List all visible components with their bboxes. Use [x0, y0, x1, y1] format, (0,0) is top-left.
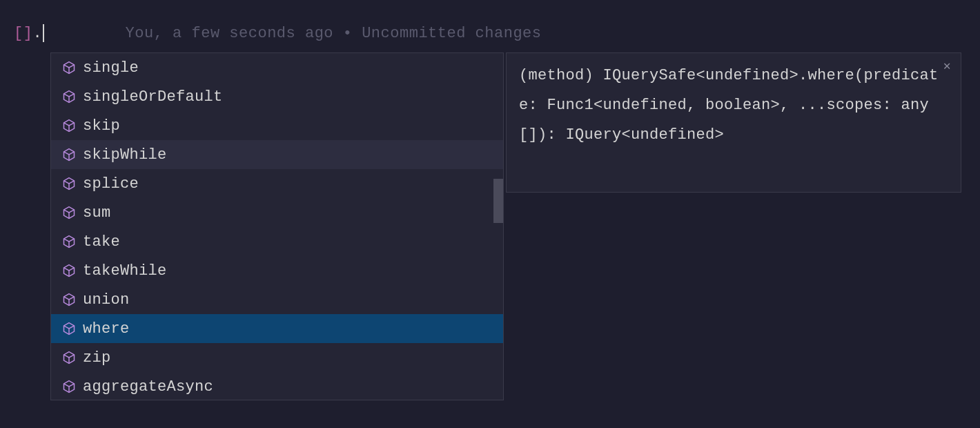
autocomplete-item-label: sum — [83, 204, 111, 222]
autocomplete-item-label: splice — [83, 175, 139, 193]
autocomplete-item[interactable]: aggregateAsync — [51, 372, 503, 400]
documentation-content: (method) IQuerySafe<undefined>.where(pre… — [519, 61, 948, 150]
autocomplete-item[interactable]: skipWhile — [51, 140, 503, 169]
autocomplete-item-label: single — [83, 59, 139, 77]
close-icon[interactable]: ✕ — [943, 60, 951, 72]
autocomplete-item-label: union — [83, 291, 130, 309]
method-icon — [62, 206, 76, 220]
method-icon — [62, 293, 76, 307]
method-icon — [62, 322, 76, 335]
autocomplete-item[interactable]: union — [51, 285, 503, 314]
autocomplete-item[interactable]: where — [51, 314, 503, 343]
method-icon — [62, 351, 76, 364]
autocomplete-item-label: zip — [83, 349, 111, 367]
documentation-popup: ✕ (method) IQuerySafe<undefined>.where(p… — [506, 52, 961, 193]
method-icon — [62, 61, 76, 75]
code-brackets: [] — [14, 25, 32, 42]
autocomplete-item-label: take — [83, 233, 120, 251]
method-icon — [62, 148, 76, 162]
autocomplete-item-label: skip — [83, 117, 120, 135]
autocomplete-item[interactable]: zip — [51, 343, 503, 372]
autocomplete-item[interactable]: singleOrDefault — [51, 82, 503, 111]
autocomplete-popup: single singleOrDefault skip skipWhile sp… — [50, 52, 504, 400]
autocomplete-item-label: aggregateAsync — [83, 378, 213, 396]
autocomplete-item[interactable]: sum — [51, 198, 503, 227]
autocomplete-item[interactable]: splice — [51, 169, 503, 198]
method-icon — [62, 380, 76, 393]
method-icon — [62, 177, 76, 191]
autocomplete-item[interactable]: skip — [51, 111, 503, 140]
method-icon — [62, 90, 76, 104]
scrollbar-thumb[interactable] — [493, 179, 503, 223]
autocomplete-list[interactable]: single singleOrDefault skip skipWhile sp… — [51, 53, 503, 400]
autocomplete-item[interactable]: single — [51, 53, 503, 82]
editor-line: [] . You, a few seconds ago • Uncommitte… — [14, 24, 542, 42]
method-icon — [62, 119, 76, 133]
autocomplete-item[interactable]: takeWhile — [51, 256, 503, 285]
autocomplete-item-label: skipWhile — [83, 146, 167, 164]
git-blame-annotation: You, a few seconds ago • Uncommitted cha… — [126, 25, 542, 42]
autocomplete-item-label: where — [83, 320, 130, 338]
autocomplete-item-label: singleOrDefault — [83, 88, 223, 106]
code-dot: . — [32, 25, 41, 42]
method-icon — [62, 264, 76, 278]
autocomplete-item-label: takeWhile — [83, 262, 167, 280]
method-icon — [62, 235, 76, 249]
autocomplete-item[interactable]: take — [51, 227, 503, 256]
text-cursor — [43, 24, 44, 42]
